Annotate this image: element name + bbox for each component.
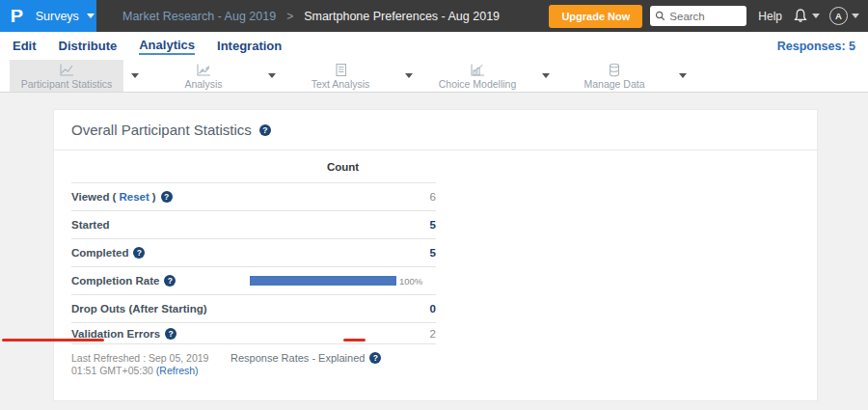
surveys-menu-label: Surveys — [36, 10, 79, 23]
row-label: Completed ? — [71, 247, 250, 259]
tab-label: Analysis — [184, 78, 222, 90]
help-icon[interactable]: ? — [133, 247, 145, 259]
completion-rate-cell: 100% — [250, 276, 436, 287]
responses-count[interactable]: Responses: 5 — [777, 40, 855, 53]
tab-dropdown[interactable] — [260, 60, 284, 92]
card-title-row: Overall Participant Statistics ? — [54, 110, 817, 150]
account-menu[interactable]: A — [829, 7, 859, 25]
search-box[interactable] — [650, 6, 746, 26]
notifications-button[interactable] — [793, 8, 820, 24]
help-icon[interactable]: ? — [369, 352, 381, 364]
tab-choice-modelling-button[interactable]: Choice Modelling — [420, 60, 534, 92]
row-label: Started — [71, 219, 250, 231]
row-label: Drop Outs (After Starting) — [71, 303, 250, 314]
last-refreshed: Last Refreshed : Sep 05, 2019 01:51 GMT+… — [71, 352, 231, 377]
progress-bar-fill — [250, 276, 396, 286]
progress-bar-label: 100% — [399, 276, 422, 287]
refresh-link[interactable]: (Refresh) — [156, 365, 199, 376]
nav-item-integration[interactable]: Integration — [217, 39, 282, 54]
row-label-text: Completion Rate — [71, 275, 159, 287]
table-row-started: Started 5 — [71, 211, 436, 239]
chevron-down-icon — [405, 73, 413, 78]
page-title: Overall Participant Statistics — [71, 122, 252, 138]
nav-item-analytics[interactable]: Analytics — [139, 38, 195, 55]
row-value: 5 — [250, 219, 436, 231]
bell-icon — [793, 8, 808, 24]
text-document-icon — [334, 63, 348, 77]
avatar: A — [829, 7, 848, 25]
table-row-completion-rate: Completion Rate ? 100% — [71, 267, 436, 295]
row-label-text: Started — [71, 219, 110, 231]
chevron-down-icon — [812, 14, 820, 18]
reset-link[interactable]: Reset — [119, 191, 149, 203]
row-value: 6 — [250, 191, 436, 203]
table-row-viewed: Viewed ( Reset ) ? 6 — [71, 183, 436, 211]
table-row-validation-errors: Validation Errors ? 2 — [71, 323, 436, 344]
help-icon[interactable]: ? — [165, 328, 176, 340]
nav-item-edit[interactable]: Edit — [13, 39, 37, 54]
tab-label: Text Analysis — [312, 78, 370, 90]
row-label-text: Validation Errors — [71, 328, 160, 340]
row-label-text: Completed — [71, 247, 128, 259]
chevron-down-icon — [542, 73, 550, 78]
row-value: 2 — [250, 328, 436, 340]
tab-label: Choice Modelling — [439, 78, 517, 90]
chevron-down-icon — [87, 14, 95, 18]
search-input[interactable] — [669, 11, 741, 22]
help-link[interactable]: Help — [758, 10, 782, 23]
tab-dropdown[interactable] — [123, 60, 147, 92]
chevron-down-icon — [852, 14, 859, 18]
table-header-row: Count — [71, 150, 436, 183]
tab-participant-statistics-button[interactable]: Participant Statistics — [10, 60, 123, 92]
breadcrumb-parent[interactable]: Market Research - Aug 2019 — [122, 10, 276, 23]
row-value: 0 — [250, 303, 436, 314]
help-icon[interactable]: ? — [164, 275, 176, 287]
tab-text-analysis: Text Analysis — [284, 60, 420, 92]
tab-choice-modelling: Choice Modelling — [420, 60, 557, 92]
chevron-right-icon: > — [286, 10, 293, 23]
row-value: 5 — [250, 247, 436, 259]
survey-nav: Edit Distribute Analytics Integration Re… — [0, 32, 868, 60]
line-chart-icon — [59, 63, 74, 77]
tab-manage-data: Manage Data — [557, 60, 694, 92]
tab-label: Participant Statistics — [21, 78, 113, 90]
app-window: P Surveys Market Research - Aug 2019 > S… — [0, 0, 868, 410]
upgrade-now-button[interactable]: Upgrade Now — [549, 5, 642, 28]
tab-label: Manage Data — [583, 78, 644, 90]
chevron-down-icon — [268, 73, 276, 78]
topbar-actions: Upgrade Now Help A — [549, 5, 859, 28]
tab-dropdown[interactable] — [534, 60, 557, 92]
help-icon[interactable]: ? — [161, 191, 173, 203]
row-label-suffix: ) — [152, 191, 156, 203]
response-rates-explained: Response Rates - Explained ? — [231, 352, 381, 377]
breadcrumb-current: Smartphone Preferences - Aug 2019 — [304, 10, 500, 23]
table-row-drop-outs: Drop Outs (After Starting) 0 — [71, 295, 436, 323]
analysis-chart-icon — [196, 63, 211, 77]
tab-text-analysis-button[interactable]: Text Analysis — [284, 60, 397, 92]
surveys-product-menu[interactable]: P Surveys — [0, 0, 96, 32]
red-underline-annotation-value — [343, 339, 366, 342]
participant-statistics-card: Overall Participant Statistics ? Count V… — [53, 109, 818, 401]
card-footer: Last Refreshed : Sep 05, 2019 01:51 GMT+… — [71, 352, 817, 377]
nav-item-distribute[interactable]: Distribute — [59, 39, 118, 54]
questionpro-logo: P — [11, 6, 23, 27]
row-label: Completion Rate ? — [71, 275, 250, 287]
top-bar: P Surveys Market Research - Aug 2019 > S… — [0, 0, 868, 32]
tab-dropdown[interactable] — [671, 60, 694, 92]
tab-dropdown[interactable] — [397, 60, 420, 92]
tab-manage-data-button[interactable]: Manage Data — [557, 60, 671, 92]
search-icon — [655, 11, 665, 21]
row-label: Validation Errors ? — [71, 328, 250, 340]
tab-analysis-button[interactable]: Analysis — [147, 60, 260, 92]
count-column-header: Count — [250, 161, 436, 173]
breadcrumb: Market Research - Aug 2019 > Smartphone … — [122, 10, 500, 23]
response-rates-label[interactable]: Response Rates - Explained — [231, 352, 365, 364]
tab-analysis: Analysis — [147, 60, 284, 92]
row-label: Viewed ( Reset ) ? — [71, 191, 250, 203]
database-icon — [607, 63, 622, 77]
help-icon[interactable]: ? — [259, 124, 271, 136]
chevron-down-icon — [679, 73, 687, 78]
page-body: Overall Participant Statistics ? Count V… — [0, 93, 868, 410]
red-underline-annotation-label — [2, 339, 104, 342]
progress-bar-track — [250, 276, 396, 286]
